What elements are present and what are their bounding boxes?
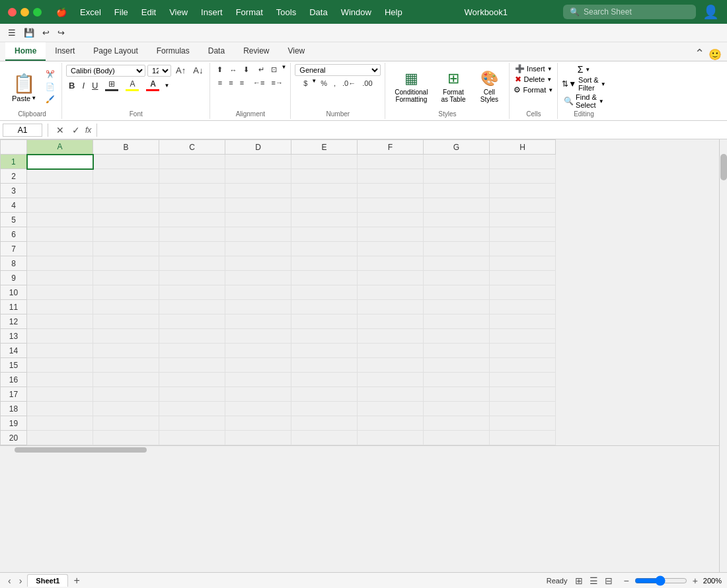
row-number-14[interactable]: 14	[1, 344, 27, 358]
conditional-formatting-button[interactable]: ▦ ConditionalFormatting	[389, 67, 433, 106]
cell-H3[interactable]	[490, 184, 556, 198]
cell-H19[interactable]	[490, 416, 556, 431]
number-format-select[interactable]: General Number Currency Short Date Long …	[295, 64, 381, 76]
col-header-G[interactable]: G	[424, 140, 490, 155]
cell-A12[interactable]	[27, 314, 93, 329]
col-header-D[interactable]: D	[225, 140, 291, 155]
cell-D14[interactable]	[225, 344, 291, 358]
cell-G6[interactable]	[424, 227, 490, 242]
increase-indent-button[interactable]: ≡→	[269, 77, 286, 88]
percent-button[interactable]: %	[318, 78, 330, 89]
menu-window[interactable]: Window	[334, 5, 378, 20]
cell-G17[interactable]	[424, 387, 490, 402]
cell-G11[interactable]	[424, 300, 490, 314]
cell-B14[interactable]	[93, 344, 159, 358]
cell-C1[interactable]	[159, 155, 225, 169]
tab-home[interactable]: Home	[5, 42, 46, 61]
normal-view-button[interactable]: ⊞	[572, 574, 586, 587]
cell-G1[interactable]	[424, 155, 490, 169]
cell-styles-button[interactable]: 🎨 CellStyles	[473, 67, 505, 106]
decrease-decimal-button[interactable]: .0←	[340, 78, 358, 89]
confirm-formula-button[interactable]: ✓	[69, 124, 83, 137]
formula-input[interactable]	[102, 126, 724, 135]
spreadsheet-container[interactable]: A B C D E F G H 123456789101112131415161…	[0, 139, 719, 572]
cell-A8[interactable]	[27, 256, 93, 271]
row-number-15[interactable]: 15	[1, 358, 27, 373]
cell-C16[interactable]	[159, 373, 225, 387]
tab-page-layout[interactable]: Page Layout	[84, 42, 147, 61]
cell-reference-box[interactable]	[3, 124, 42, 137]
cell-C3[interactable]	[159, 184, 225, 198]
currency-button[interactable]: $	[301, 78, 310, 89]
cell-H1[interactable]	[490, 155, 556, 169]
sidebar-toggle-button[interactable]: ☰	[5, 26, 19, 39]
cell-H20[interactable]	[490, 431, 556, 445]
format-painter-button[interactable]: 🖌️	[43, 94, 57, 105]
next-sheet-button[interactable]: ›	[17, 575, 25, 586]
vertical-scrollbar[interactable]	[719, 139, 727, 572]
cell-E14[interactable]	[291, 344, 358, 358]
cell-E13[interactable]	[291, 329, 358, 344]
align-middle-button[interactable]: ↔	[227, 64, 239, 75]
cell-D19[interactable]	[225, 416, 291, 431]
copy-button[interactable]: 📄	[43, 81, 57, 92]
page-layout-view-button[interactable]: ☰	[587, 574, 601, 587]
menu-data[interactable]: Data	[303, 5, 334, 20]
cell-A10[interactable]	[27, 285, 93, 300]
page-break-view-button[interactable]: ⊟	[602, 574, 615, 587]
comma-button[interactable]: ,	[331, 78, 338, 89]
cell-G9[interactable]	[424, 271, 490, 285]
cell-E3[interactable]	[291, 184, 358, 198]
sort-filter-label[interactable]: Sort &Filter	[578, 76, 599, 92]
find-select-arrow[interactable]: ▼	[599, 98, 604, 104]
delete-arrow[interactable]: ▼	[547, 77, 552, 83]
cell-B16[interactable]	[93, 373, 159, 387]
row-number-18[interactable]: 18	[1, 402, 27, 416]
cell-A17[interactable]	[27, 387, 93, 402]
cell-F11[interactable]	[358, 300, 424, 314]
cell-C4[interactable]	[159, 198, 225, 213]
underline-button[interactable]: U	[89, 79, 100, 92]
cell-E2[interactable]	[291, 169, 358, 184]
col-header-B[interactable]: B	[93, 140, 159, 155]
row-number-4[interactable]: 4	[1, 198, 27, 213]
cell-D16[interactable]	[225, 373, 291, 387]
cell-F13[interactable]	[358, 329, 424, 344]
cell-F7[interactable]	[358, 242, 424, 256]
cell-G14[interactable]	[424, 344, 490, 358]
cell-D2[interactable]	[225, 169, 291, 184]
col-header-A[interactable]: A	[27, 140, 93, 155]
bold-button[interactable]: B	[66, 79, 77, 92]
zoom-in-button[interactable]: +	[690, 574, 701, 587]
cell-A19[interactable]	[27, 416, 93, 431]
cell-H15[interactable]	[490, 358, 556, 373]
merge-cells-button[interactable]: ⊡	[268, 64, 280, 75]
cell-G13[interactable]	[424, 329, 490, 344]
cell-B8[interactable]	[93, 256, 159, 271]
cell-B15[interactable]	[93, 358, 159, 373]
wrap-text-button[interactable]: ↵	[256, 64, 267, 75]
zoom-slider[interactable]	[634, 575, 687, 586]
cell-B12[interactable]	[93, 314, 159, 329]
align-bottom-button[interactable]: ⬇	[241, 64, 252, 75]
menu-view[interactable]: View	[163, 5, 194, 20]
sort-filter-arrow[interactable]: ▼	[601, 81, 606, 87]
decrease-indent-button[interactable]: ←≡	[250, 77, 267, 88]
cell-B4[interactable]	[93, 198, 159, 213]
cell-H13[interactable]	[490, 329, 556, 344]
cell-A14[interactable]	[27, 344, 93, 358]
row-number-19[interactable]: 19	[1, 416, 27, 431]
cell-F1[interactable]	[358, 155, 424, 169]
cell-E4[interactable]	[291, 198, 358, 213]
cell-G19[interactable]	[424, 416, 490, 431]
italic-button[interactable]: I	[79, 79, 87, 92]
menu-excel[interactable]: Excel	[73, 5, 108, 20]
menu-help[interactable]: Help	[378, 5, 409, 20]
cell-H14[interactable]	[490, 344, 556, 358]
close-button[interactable]	[8, 8, 17, 17]
align-center-button[interactable]: ≡	[226, 77, 235, 88]
cell-E7[interactable]	[291, 242, 358, 256]
cell-E8[interactable]	[291, 256, 358, 271]
cell-F16[interactable]	[358, 373, 424, 387]
cell-C12[interactable]	[159, 314, 225, 329]
